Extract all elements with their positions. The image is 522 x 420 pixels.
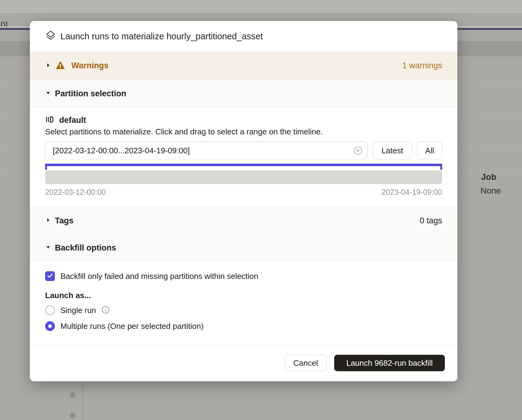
all-button[interactable]: All xyxy=(417,141,442,160)
info-circle-icon[interactable] xyxy=(102,306,110,315)
launch-as-label: Launch as... xyxy=(45,291,442,300)
warnings-count: 1 warnings xyxy=(402,61,442,70)
launch-backfill-button[interactable]: Launch 9682-run backfill xyxy=(334,355,445,371)
launch-backfill-modal: Launch runs to materialize hourly_partit… xyxy=(30,21,457,381)
tags-section-label: Tags xyxy=(55,216,73,226)
multiple-runs-option[interactable]: Multiple runs (One per selected partitio… xyxy=(45,321,442,331)
background-column-divider xyxy=(82,381,83,420)
partition-dimension-name: default xyxy=(59,116,86,125)
backfill-only-failed-checkbox-row[interactable]: Backfill only failed and missing partiti… xyxy=(45,271,442,281)
partition-range-input[interactable] xyxy=(45,141,367,160)
timeline-end-date: 2023-04-19-09:00 xyxy=(381,188,442,197)
latest-button[interactable]: Latest xyxy=(373,141,412,160)
backfill-section-header[interactable]: Backfill options xyxy=(30,235,457,261)
row-dot xyxy=(70,413,75,418)
modal-title: Launch runs to materialize hourly_partit… xyxy=(60,31,263,41)
partition-section-body: default Select partitions to materialize… xyxy=(30,107,457,206)
warnings-label: Warnings xyxy=(71,61,109,70)
single-run-radio[interactable] xyxy=(45,305,55,315)
backfill-section-body: Backfill only failed and missing partiti… xyxy=(30,261,457,344)
partition-timeline[interactable] xyxy=(45,170,442,184)
partition-section-header[interactable]: Partition selection xyxy=(30,80,457,107)
caret-down-icon xyxy=(45,244,51,251)
cancel-button[interactable]: Cancel xyxy=(285,355,327,371)
warning-triangle-icon xyxy=(55,61,65,71)
tags-count: 0 tags xyxy=(420,216,442,226)
partition-help-text: Select partitions to materialize. Click … xyxy=(45,127,442,137)
backfill-checkbox[interactable] xyxy=(45,271,55,281)
partition-columns-icon xyxy=(45,115,54,125)
asset-layers-icon xyxy=(45,30,56,43)
timeline-start-date: 2022-03-12-00:00 xyxy=(45,188,106,197)
backfill-section-label: Backfill options xyxy=(55,243,116,253)
modal-footer: Cancel Launch 9682-run backfill xyxy=(30,344,457,381)
background-row-divider xyxy=(0,403,82,403)
job-column-value: None xyxy=(481,186,501,196)
single-run-label[interactable]: Single run xyxy=(60,306,96,315)
checkmark-icon xyxy=(46,272,54,280)
tags-section-header[interactable]: Tags 0 tags xyxy=(30,206,457,235)
multiple-runs-radio[interactable] xyxy=(45,321,55,331)
single-run-option[interactable]: Single run xyxy=(45,305,442,315)
multiple-runs-label[interactable]: Multiple runs (One per selected partitio… xyxy=(60,322,204,331)
caret-right-icon xyxy=(45,62,51,69)
modal-titlebar: Launch runs to materialize hourly_partit… xyxy=(30,21,457,52)
background-top-bar xyxy=(0,0,522,14)
partition-section-label: Partition selection xyxy=(55,89,126,98)
job-column-header: Job xyxy=(481,172,496,182)
selection-range-indicator xyxy=(45,164,442,170)
caret-down-icon xyxy=(45,90,51,97)
warnings-section-header[interactable]: Warnings 1 warnings xyxy=(30,52,457,80)
caret-right-icon xyxy=(45,217,51,224)
row-dot xyxy=(70,392,75,398)
circle-x-icon[interactable] xyxy=(353,146,363,155)
backfill-checkbox-label[interactable]: Backfill only failed and missing partiti… xyxy=(60,272,258,281)
